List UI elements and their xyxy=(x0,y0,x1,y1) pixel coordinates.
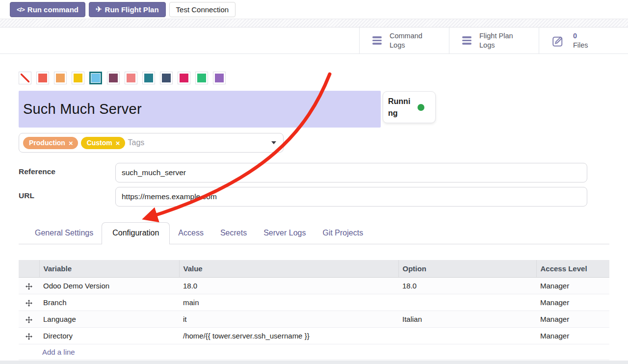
status-label: Running xyxy=(388,96,414,118)
command-logs-button[interactable]: Command Logs xyxy=(359,27,449,53)
row-drag-handle[interactable] xyxy=(19,327,39,344)
status-dot-icon xyxy=(418,104,424,111)
column-header-option: Option xyxy=(398,260,536,277)
tab-git-projects[interactable]: Git Projects xyxy=(314,223,371,244)
cell-option[interactable]: 18.0 xyxy=(398,277,536,294)
run-command-label: Run command xyxy=(27,5,78,14)
cell-value[interactable]: 18.0 xyxy=(179,277,398,294)
list-icon xyxy=(372,36,382,45)
flight-plan-logs-line1: Flight Plan xyxy=(479,32,513,40)
column-header-variable: Variable xyxy=(39,260,179,277)
action-toolbar: </> Run command ✈ Run Flight Plan Test C… xyxy=(0,0,628,19)
color-swatch-light-blue-selected[interactable] xyxy=(89,72,102,84)
reference-label: Reference xyxy=(19,163,115,176)
color-swatches xyxy=(19,72,628,84)
color-swatch-red[interactable] xyxy=(36,72,49,84)
tags-placeholder: Tags xyxy=(128,138,145,147)
color-swatch-plum[interactable] xyxy=(107,72,120,84)
reference-row: Reference xyxy=(19,163,628,182)
cell-option[interactable] xyxy=(398,327,536,344)
cell-variable[interactable]: Language xyxy=(39,311,179,327)
server-title-field[interactable]: Such Much Server xyxy=(19,91,381,128)
table-row[interactable]: Odoo Demo Version18.018.0Manager xyxy=(19,277,609,294)
tab-general-settings[interactable]: General Settings xyxy=(26,223,102,244)
test-connection-label: Test Connection xyxy=(176,5,229,14)
test-connection-button[interactable]: Test Connection xyxy=(169,2,236,17)
tab-configuration[interactable]: Configuration xyxy=(102,222,170,244)
files-count: 0 xyxy=(573,32,577,40)
cell-value[interactable]: main xyxy=(179,294,398,311)
plane-icon: ✈ xyxy=(96,5,102,14)
tag-production-label: Production xyxy=(29,139,65,147)
files-button[interactable]: 0 Files xyxy=(539,27,628,53)
tag-custom: Custom × xyxy=(81,137,125,149)
color-swatch-purple[interactable] xyxy=(213,72,226,84)
column-header-value: Value xyxy=(179,260,398,277)
page: </> Run command ✈ Run Flight Plan Test C… xyxy=(0,0,628,364)
tab-server-logs[interactable]: Server Logs xyxy=(255,223,314,244)
cell-variable[interactable]: Odoo Demo Version xyxy=(39,277,179,294)
tab-access[interactable]: Access xyxy=(170,223,212,244)
tab-secrets[interactable]: Secrets xyxy=(212,223,255,244)
no-color-icon xyxy=(21,74,29,82)
color-swatch-orange[interactable] xyxy=(54,72,67,84)
list-icon xyxy=(462,36,471,45)
url-input[interactable] xyxy=(115,187,587,207)
variables-table: Variable Value Option Access Level Odoo … xyxy=(19,260,609,360)
tag-production: Production × xyxy=(23,137,78,149)
color-swatch-none[interactable] xyxy=(19,72,31,84)
cell-access-level[interactable]: Manager xyxy=(536,277,609,294)
table-body: Odoo Demo Version18.018.0ManagerBranchma… xyxy=(19,277,609,360)
cell-value[interactable]: /home/{{ tower.server.ssh_username }} xyxy=(179,327,398,344)
color-swatch-salmon[interactable] xyxy=(125,72,137,84)
add-a-line-link[interactable]: Add a line xyxy=(19,344,609,360)
drag-handle-icon xyxy=(26,283,32,290)
cell-option[interactable] xyxy=(398,294,536,311)
edit-icon xyxy=(552,34,565,47)
run-flight-plan-button[interactable]: ✈ Run Flight Plan xyxy=(89,2,166,17)
remove-tag-icon[interactable]: × xyxy=(116,139,120,147)
handle-column-header xyxy=(19,260,39,277)
color-swatch-yellow[interactable] xyxy=(72,72,84,84)
table-header-row: Variable Value Option Access Level xyxy=(19,260,609,277)
color-swatch-navy[interactable] xyxy=(160,72,173,84)
cell-value[interactable]: it xyxy=(179,311,398,327)
status-card: Running xyxy=(383,91,436,123)
cell-variable[interactable]: Branch xyxy=(39,294,179,311)
bottom-strip xyxy=(0,361,628,364)
add-a-line-row: Add a line xyxy=(19,344,609,360)
color-swatch-magenta[interactable] xyxy=(178,72,190,84)
tags-input[interactable]: Production × Custom × Tags xyxy=(19,133,284,153)
notebook-tabs: General Settings Configuration Access Se… xyxy=(19,222,609,244)
row-drag-handle[interactable] xyxy=(19,294,39,311)
reference-input[interactable] xyxy=(115,163,587,182)
row-drag-handle[interactable] xyxy=(19,277,39,294)
drag-handle-icon xyxy=(26,300,32,307)
hatched-strip xyxy=(0,19,628,27)
field-group: Reference URL xyxy=(19,163,628,207)
row-drag-handle[interactable] xyxy=(19,311,39,327)
header-bar: Command Logs Flight Plan Logs 0 Files xyxy=(0,27,628,54)
chevron-down-icon[interactable] xyxy=(271,141,276,144)
remove-tag-icon[interactable]: × xyxy=(69,139,73,147)
cell-access-level[interactable]: Manager xyxy=(536,327,609,344)
table-row[interactable]: LanguageitItalianManager xyxy=(19,311,609,327)
flight-plan-logs-button[interactable]: Flight Plan Logs xyxy=(449,27,539,53)
drag-handle-icon xyxy=(26,333,32,340)
color-swatch-green[interactable] xyxy=(195,72,208,84)
cell-access-level[interactable]: Manager xyxy=(536,294,609,311)
url-row: URL xyxy=(19,187,628,207)
table-row[interactable]: Directory/home/{{ tower.server.ssh_usern… xyxy=(19,327,609,344)
command-logs-line2: Logs xyxy=(390,41,405,49)
run-command-button[interactable]: </> Run command xyxy=(10,2,85,17)
cell-variable[interactable]: Directory xyxy=(39,327,179,344)
files-label: Files xyxy=(573,41,588,49)
color-swatch-teal[interactable] xyxy=(142,72,155,84)
cell-access-level[interactable]: Manager xyxy=(536,311,609,327)
cell-option[interactable]: Italian xyxy=(398,311,536,327)
table-row[interactable]: BranchmainManager xyxy=(19,294,609,311)
url-label: URL xyxy=(19,187,115,200)
flight-plan-logs-line2: Logs xyxy=(479,41,495,49)
code-icon: </> xyxy=(17,6,25,13)
title-row: Such Much Server Running xyxy=(19,91,628,128)
